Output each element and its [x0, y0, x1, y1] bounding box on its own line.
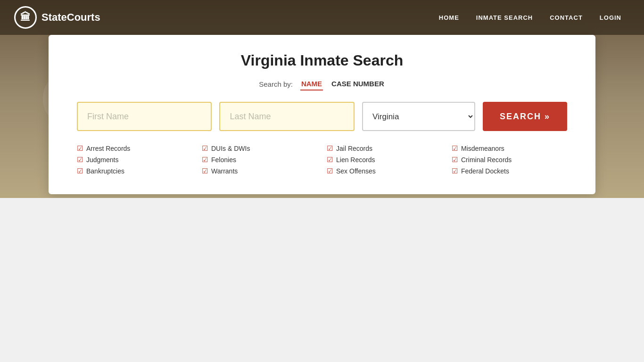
- navbar: 🏛 StateCourts HOME INMATE SEARCH CONTACT…: [0, 0, 644, 35]
- check-icon: ☑: [77, 144, 83, 153]
- check-item: ☑Warrants: [202, 167, 317, 175]
- check-icon: ☑: [202, 156, 208, 164]
- tab-name[interactable]: NAME: [300, 78, 323, 90]
- check-label: Bankruptcies: [86, 167, 124, 175]
- check-label: Judgments: [86, 156, 118, 164]
- check-item: ☑Sex Offenses: [327, 167, 442, 175]
- check-item: ☑Federal Dockets: [452, 167, 567, 175]
- check-icon: ☑: [452, 167, 458, 175]
- check-icon: ☑: [77, 167, 83, 175]
- check-icon: ☑: [452, 144, 458, 153]
- logo-icon: 🏛: [14, 6, 37, 29]
- checklist: ☑Arrest Records☑DUIs & DWIs☑Jail Records…: [77, 144, 567, 175]
- check-label: Arrest Records: [86, 145, 130, 152]
- search-button[interactable]: SEARCH »: [483, 102, 567, 131]
- check-icon: ☑: [327, 167, 333, 175]
- check-icon: ☑: [202, 144, 208, 153]
- check-icon: ☑: [327, 156, 333, 164]
- check-item: ☑Lien Records: [327, 156, 442, 164]
- check-label: DUIs & DWIs: [211, 145, 250, 152]
- nav-home[interactable]: HOME: [430, 1, 468, 34]
- check-label: Misdemeanors: [461, 145, 504, 152]
- check-icon: ☑: [327, 144, 333, 153]
- last-name-input[interactable]: [219, 102, 354, 131]
- check-label: Sex Offenses: [336, 167, 376, 175]
- nav-login[interactable]: LOGIN: [591, 1, 630, 34]
- check-item: ☑Misdemeanors: [452, 144, 567, 153]
- tab-case-number[interactable]: CASE NUMBER: [330, 78, 385, 90]
- check-label: Felonies: [211, 156, 236, 164]
- site-logo[interactable]: 🏛 StateCourts: [14, 6, 100, 29]
- nav-inmate-search[interactable]: INMATE SEARCH: [468, 1, 541, 34]
- nav-contact[interactable]: CONTACT: [541, 1, 591, 34]
- check-label: Jail Records: [336, 145, 372, 152]
- check-item: ☑Judgments: [77, 156, 192, 164]
- check-icon: ☑: [452, 156, 458, 164]
- search-panel: Virginia Inmate Search Search by: NAME C…: [49, 35, 595, 194]
- check-item: ☑Bankruptcies: [77, 167, 192, 175]
- check-label: Warrants: [211, 167, 238, 175]
- check-icon: ☑: [202, 167, 208, 175]
- site-name: StateCourts: [41, 11, 100, 24]
- check-label: Lien Records: [336, 156, 375, 164]
- search-by-label: Search by:: [259, 80, 293, 88]
- check-icon: ☑: [77, 156, 83, 164]
- search-by-row: Search by: NAME CASE NUMBER: [77, 78, 567, 90]
- search-title: Virginia Inmate Search: [77, 52, 567, 69]
- state-select[interactable]: Virginia AlabamaAlaskaArizona ArkansasCa…: [362, 102, 475, 131]
- check-item: ☑Felonies: [202, 156, 317, 164]
- check-item: ☑DUIs & DWIs: [202, 144, 317, 153]
- check-label: Federal Dockets: [461, 167, 509, 175]
- check-item: ☑Arrest Records: [77, 144, 192, 153]
- check-item: ☑Jail Records: [327, 144, 442, 153]
- first-name-input[interactable]: [77, 102, 212, 131]
- search-inputs-row: Virginia AlabamaAlaskaArizona ArkansasCa…: [77, 102, 567, 131]
- check-item: ☑Criminal Records: [452, 156, 567, 164]
- check-label: Criminal Records: [461, 156, 512, 164]
- nav-links: HOME INMATE SEARCH CONTACT LOGIN: [430, 1, 630, 34]
